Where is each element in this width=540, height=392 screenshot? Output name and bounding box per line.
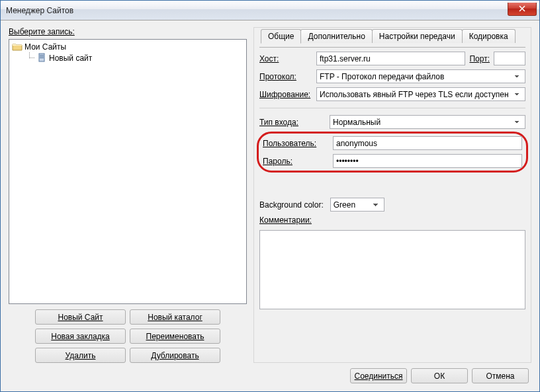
tab-charset[interactable]: Кодировка bbox=[462, 29, 516, 43]
tree-root-label: Мои Сайты bbox=[24, 42, 66, 52]
cancel-button[interactable]: Отмена bbox=[472, 368, 529, 383]
tab-general[interactable]: Общие bbox=[261, 29, 301, 44]
select-entry-label: Выберите запись: bbox=[9, 27, 247, 36]
close-button[interactable] bbox=[508, 3, 537, 16]
password-input[interactable] bbox=[333, 154, 522, 168]
window-title: Менеджер Сайтов bbox=[6, 6, 508, 15]
encryption-row: Шифрование: Использовать явный FTP через… bbox=[259, 87, 525, 101]
user-input[interactable] bbox=[333, 136, 522, 150]
footer-buttons: Соединиться ОК Отмена bbox=[9, 368, 531, 383]
dialog-body: Выберите запись: Мои Сайты Новый сайт Но… bbox=[1, 20, 539, 391]
comments-textarea[interactable] bbox=[259, 230, 525, 309]
spacer bbox=[259, 175, 525, 194]
port-input[interactable] bbox=[494, 52, 525, 65]
tree-item-new-site[interactable]: Новый сайт bbox=[11, 52, 245, 63]
top-area: Выберите запись: Мои Сайты Новый сайт Но… bbox=[9, 27, 531, 363]
new-site-button[interactable]: Новый Сайт bbox=[35, 309, 126, 325]
ok-button[interactable]: ОК bbox=[411, 368, 468, 383]
host-row: Хост: Порт: bbox=[259, 52, 525, 65]
credentials-highlight: Пользователь: Пароль: bbox=[257, 132, 528, 173]
close-icon bbox=[519, 5, 525, 12]
tab-transfer[interactable]: Настройки передачи bbox=[372, 29, 463, 43]
folder-icon bbox=[12, 42, 22, 52]
logon-select[interactable]: Нормальный bbox=[330, 115, 525, 129]
user-row: Пользователь: bbox=[263, 136, 522, 150]
separator bbox=[259, 108, 525, 108]
rename-button[interactable]: Переименовать bbox=[130, 329, 220, 344]
tab-strip: Общие Дополнительно Настройки передачи К… bbox=[261, 29, 525, 43]
bgcolor-row: Background color: Green bbox=[259, 198, 525, 212]
connect-button[interactable]: Соединиться bbox=[350, 368, 407, 383]
password-row: Пароль: bbox=[263, 154, 522, 168]
encryption-label: Шифрование: bbox=[259, 90, 312, 99]
site-manager-window: Менеджер Сайтов Выберите запись: Мои Сай… bbox=[0, 0, 540, 392]
tree-root[interactable]: Мои Сайты bbox=[11, 41, 245, 52]
site-tree[interactable]: Мои Сайты Новый сайт bbox=[9, 39, 247, 304]
tree-item-label: Новый сайт bbox=[49, 54, 92, 63]
bgcolor-select[interactable]: Green bbox=[330, 198, 384, 212]
svg-rect-1 bbox=[40, 55, 44, 56]
delete-button[interactable]: Удалить bbox=[35, 348, 126, 363]
right-panel: Общие Дополнительно Настройки передачи К… bbox=[253, 27, 531, 363]
encryption-select[interactable]: Использовать явный FTP через TLS если до… bbox=[316, 87, 525, 101]
server-icon bbox=[36, 53, 47, 63]
port-label: Порт: bbox=[469, 54, 490, 63]
protocol-label: Протокол: bbox=[259, 72, 312, 81]
bgcolor-label: Background color: bbox=[259, 200, 324, 210]
new-bookmark-button[interactable]: Новая закладка bbox=[35, 329, 126, 344]
host-label: Хост: bbox=[259, 54, 312, 63]
new-folder-button[interactable]: Новый каталог bbox=[130, 309, 220, 325]
user-label: Пользователь: bbox=[263, 139, 329, 148]
tree-connector-icon bbox=[25, 52, 34, 63]
duplicate-button[interactable]: Дублировать bbox=[130, 348, 220, 363]
password-label: Пароль: bbox=[263, 157, 329, 166]
svg-rect-2 bbox=[40, 56, 44, 57]
titlebar[interactable]: Менеджер Сайтов bbox=[1, 1, 539, 20]
svg-rect-3 bbox=[40, 58, 44, 58]
left-buttons: Новый Сайт Новый каталог Новая закладка … bbox=[9, 309, 247, 363]
host-input[interactable] bbox=[316, 52, 465, 65]
protocol-row: Протокол: FTP - Протокол передачи файлов bbox=[259, 69, 525, 83]
tab-advanced[interactable]: Дополнительно bbox=[300, 29, 372, 43]
logon-label: Тип входа: bbox=[259, 118, 326, 127]
logon-row: Тип входа: Нормальный bbox=[259, 115, 525, 129]
tab-general-body: Хост: Порт: Протокол: FTP - Протокол пер… bbox=[259, 47, 525, 357]
comments-label: Комментарии: bbox=[259, 216, 525, 225]
protocol-select[interactable]: FTP - Протокол передачи файлов bbox=[316, 69, 525, 83]
left-panel: Выберите запись: Мои Сайты Новый сайт Но… bbox=[9, 27, 247, 363]
